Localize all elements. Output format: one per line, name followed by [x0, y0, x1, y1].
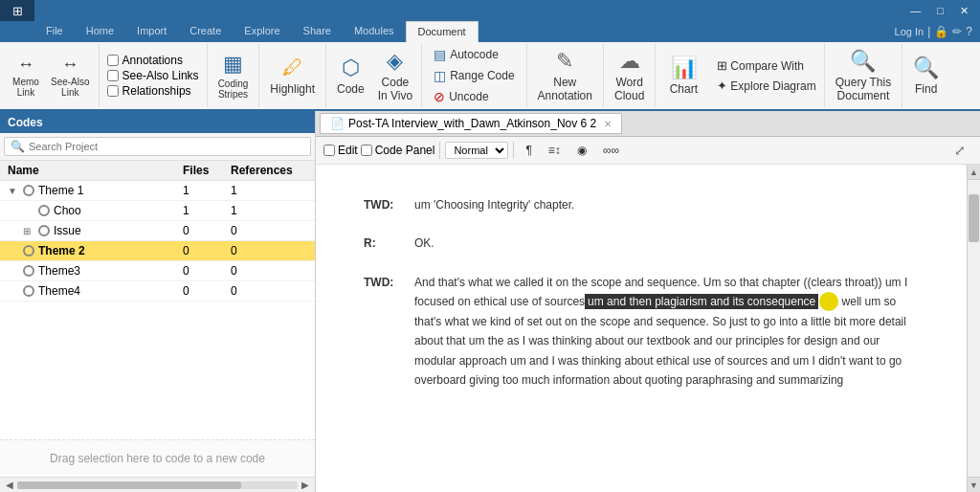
- query-this-document-button[interactable]: 🔍 Query This Document: [829, 49, 898, 102]
- close-tab-icon[interactable]: ✕: [604, 119, 612, 129]
- theme1-refs: 1: [231, 184, 307, 197]
- tab-create[interactable]: Create: [178, 21, 233, 42]
- tab-share[interactable]: Share: [292, 21, 343, 42]
- highlight-toolbar-button[interactable]: ◉: [570, 141, 593, 160]
- theme1-label: Theme 1: [38, 184, 83, 197]
- codes-panel-header: Codes: [0, 111, 315, 133]
- autocode-button[interactable]: ▤ Autocode: [430, 45, 518, 64]
- highlight-button[interactable]: 🖊 Highlight: [263, 49, 322, 102]
- theme2-refs: 0: [231, 244, 307, 257]
- new-annotation-icon: ✎: [556, 49, 573, 74]
- code-row-theme2[interactable]: Theme 2 0 0: [0, 241, 315, 261]
- search-input[interactable]: [29, 141, 304, 152]
- tab-home[interactable]: Home: [75, 21, 125, 42]
- minimize-button[interactable]: —: [902, 3, 928, 19]
- tab-document[interactable]: Document: [406, 21, 479, 43]
- tab-file[interactable]: File: [34, 21, 75, 42]
- uncode-icon: ⊘: [434, 89, 445, 104]
- code-button[interactable]: ⬡ Code: [330, 49, 371, 102]
- tab-modules[interactable]: Modules: [343, 21, 406, 42]
- theme4-circle: [23, 285, 34, 297]
- theme3-files: 0: [183, 264, 231, 278]
- issue-refs: 0: [231, 224, 307, 237]
- code-in-vivo-icon: ◈: [387, 49, 403, 74]
- theme3-circle: [23, 265, 34, 277]
- theme4-files: 0: [183, 284, 231, 298]
- scroll-right-arrow[interactable]: ▶: [298, 480, 313, 490]
- speaker-twd-1: TWD:: [364, 195, 407, 214]
- paragraph-marks-button[interactable]: ¶: [519, 141, 538, 160]
- tab-import[interactable]: Import: [125, 21, 178, 42]
- tab-explore[interactable]: Explore: [233, 21, 291, 42]
- choo-files: 1: [183, 204, 231, 217]
- more-toolbar-button[interactable]: ∞∞: [596, 141, 626, 160]
- see-also-link-button[interactable]: ↔ See-Also Link: [46, 49, 95, 102]
- text-r-1: OK.: [414, 234, 434, 253]
- expand-issue-icon[interactable]: ⊞: [23, 226, 34, 236]
- see-also-links-checkbox[interactable]: See-Also Links: [107, 69, 199, 82]
- paragraph-twd-2: TWD: And that's what we called it on the…: [364, 273, 919, 391]
- chart-button[interactable]: 📊 Chart: [659, 49, 707, 102]
- theme2-files: 0: [183, 244, 231, 257]
- code-row-issue[interactable]: ⊞ Issue 0 0: [0, 221, 315, 241]
- theme3-label: Theme3: [38, 264, 80, 278]
- expand-theme1-icon[interactable]: ▼: [8, 186, 19, 196]
- range-code-icon: ◫: [434, 68, 446, 83]
- coding-stripes-icon: ▦: [223, 52, 243, 77]
- align-button[interactable]: ≡↕: [542, 141, 568, 160]
- drag-zone: Drag selection here to code to a new cod…: [0, 439, 315, 477]
- annotations-checkbox[interactable]: Annotations: [107, 54, 199, 67]
- theme2-circle: [23, 245, 34, 257]
- theme3-refs: 0: [231, 264, 307, 278]
- memo-link-icon: ↔: [17, 55, 34, 75]
- range-code-button[interactable]: ◫ Range Code: [430, 66, 518, 85]
- speaker-twd-2: TWD:: [364, 273, 407, 391]
- theme1-files: 1: [183, 184, 231, 197]
- text-twd-1: um 'Choosing Integrity' chapter.: [414, 195, 574, 214]
- codes-table-header: Name Files References: [0, 161, 315, 181]
- theme4-label: Theme4: [38, 284, 80, 298]
- new-annotation-button[interactable]: ✎ New Annotation: [531, 49, 599, 102]
- find-button[interactable]: 🔍 Find: [906, 49, 946, 102]
- explore-diagram-button[interactable]: ✦ Explore Diagram: [713, 77, 819, 95]
- maximize-button[interactable]: □: [929, 3, 951, 19]
- scroll-left-arrow[interactable]: ◀: [2, 480, 17, 490]
- word-cloud-button[interactable]: ☁ Word Cloud: [608, 49, 651, 102]
- find-icon: 🔍: [913, 56, 939, 80]
- issue-circle: [38, 225, 50, 236]
- document-content: TWD: um 'Choosing Integrity' chapter. R:…: [316, 165, 967, 492]
- code-row-theme1[interactable]: ▼ Theme 1 1 1: [0, 181, 315, 201]
- relationships-checkbox[interactable]: Relationships: [107, 84, 199, 98]
- view-select[interactable]: Normal: [445, 142, 508, 159]
- doc-icon: 📄: [330, 117, 345, 130]
- uncode-button[interactable]: ⊘ Uncode: [430, 87, 518, 106]
- paragraph-r-1: R: OK.: [364, 234, 919, 253]
- code-in-vivo-button[interactable]: ◈ Code In Vivo: [373, 49, 417, 102]
- theme1-circle: [23, 185, 34, 196]
- code-row-theme4[interactable]: Theme4 0 0: [0, 281, 315, 302]
- code-icon: ⬡: [342, 56, 360, 80]
- compare-with-icon: ⊞: [717, 58, 727, 73]
- code-row-theme3[interactable]: Theme3 0 0: [0, 261, 315, 281]
- choo-label: Choo: [54, 204, 81, 217]
- expand-view-button[interactable]: ⤢: [947, 140, 972, 161]
- choo-refs: 1: [231, 204, 307, 217]
- scroll-down-button[interactable]: ▼: [968, 477, 980, 492]
- issue-files: 0: [183, 224, 231, 237]
- coding-stripes-button[interactable]: ▦ Coding Stripes: [212, 49, 256, 102]
- issue-label: Issue: [54, 224, 81, 237]
- compare-with-button[interactable]: ⊞ Compare With: [713, 56, 819, 75]
- close-button[interactable]: ✕: [952, 3, 976, 19]
- theme4-refs: 0: [231, 284, 307, 298]
- code-row-choo[interactable]: Choo 1 1: [0, 201, 315, 221]
- memo-link-button[interactable]: ↔ Memo Link: [8, 49, 44, 102]
- autocode-icon: ▤: [434, 47, 446, 62]
- theme2-label: Theme 2: [38, 244, 85, 257]
- edit-checkbox[interactable]: Edit: [323, 144, 358, 157]
- app-icon: ⊞: [0, 0, 34, 21]
- query-this-icon: 🔍: [850, 49, 876, 74]
- document-tab[interactable]: 📄 Post-TA Interview_with_Dawn_Atkinson_N…: [320, 113, 622, 134]
- doc-tab-label: Post-TA Interview_with_Dawn_Atkinson_Nov…: [348, 117, 596, 130]
- scroll-up-button[interactable]: ▲: [968, 165, 980, 180]
- code-panel-checkbox[interactable]: Code Panel: [361, 144, 435, 157]
